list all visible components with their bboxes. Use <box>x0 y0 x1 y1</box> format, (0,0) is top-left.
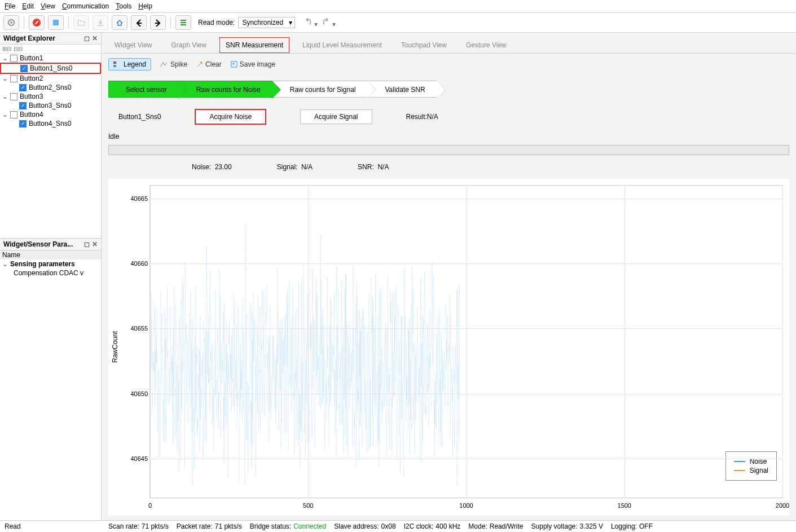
undo-icon[interactable]: ▾ <box>302 17 318 28</box>
tree-item-child[interactable]: ✓Button4_Sns0 <box>0 119 101 128</box>
menu-file[interactable]: File <box>5 2 15 10</box>
mode: Mode:Read/Write <box>468 522 523 530</box>
tab-snr-measurement[interactable]: SNR Measurement <box>219 37 289 53</box>
wizard-step[interactable]: Raw counts for Signal <box>272 81 368 98</box>
y-axis-label: RawCount <box>109 331 121 363</box>
tree-item[interactable]: ⌄Button3 <box>0 92 101 101</box>
panel-pin-icon[interactable]: ◻ <box>84 34 90 42</box>
wizard-step[interactable]: Validate SNR <box>367 81 437 98</box>
acquire-noise-button[interactable]: Acquire Noise <box>195 109 266 125</box>
readmode-label: Read mode: <box>198 19 235 27</box>
result-text: Result:N/A <box>406 113 438 121</box>
chart-toolbar: Legend Spike Clear Save image <box>102 54 796 75</box>
acquire-signal-button[interactable]: Acquire Signal <box>300 109 372 124</box>
sensor-params-header: Widget/Sensor Para... ◻✕ <box>0 239 101 250</box>
tab-liquid-level-measurement[interactable]: Liquid Level Measurement <box>296 37 388 53</box>
plot[interactable]: Noise Signal 406454065040655406604066505… <box>149 185 783 498</box>
clear-button[interactable]: Clear <box>196 60 222 68</box>
packet-rate: Packet rate:71 pkts/s <box>177 522 242 530</box>
logging: Logging:OFF <box>611 522 653 530</box>
grid-group[interactable]: ⌄Sensing parameters <box>0 260 101 269</box>
tab-touchpad-view[interactable]: Touchpad View <box>395 37 453 53</box>
chart-area: RawCount Noise Signal 406454065040655406… <box>108 179 789 516</box>
spike-toggle[interactable]: Spike <box>160 60 187 68</box>
tree-item-child[interactable]: ✓Button3_Sns0 <box>0 101 101 110</box>
metrics-row: Noise: 23.00 Signal: N/A SNR: N/A <box>102 157 796 177</box>
menu-edit[interactable]: Edit <box>22 2 34 10</box>
tree-item-child[interactable]: ✓Button2_Sns0 <box>0 83 101 92</box>
main-toolbar: Read mode: Synchronized ▾ ▾ ▾ <box>0 13 796 33</box>
home-up-icon[interactable] <box>112 15 127 30</box>
menu-tools[interactable]: Tools <box>116 2 131 10</box>
selected-sensor-label: Button1_Sns0 <box>118 113 161 121</box>
view-tabs: Widget ViewGraph ViewSNR MeasurementLiqu… <box>102 33 796 54</box>
svg-rect-6 <box>113 65 116 67</box>
sensor-params-grid[interactable]: Name ⌄Sensing parameters Compensation CD… <box>0 250 101 520</box>
status-read: Read <box>5 522 100 530</box>
grid-row[interactable]: Compensation CDAC v <box>0 269 101 278</box>
tree-item[interactable]: ⌄Button4 <box>0 110 101 119</box>
menu-communication[interactable]: Communication <box>62 2 109 10</box>
widget-explorer-header: Widget Explorer ◻✕ <box>0 33 101 45</box>
stop-icon[interactable] <box>29 15 45 30</box>
panel-close-icon[interactable]: ✕ <box>92 240 98 248</box>
legend-toggle[interactable]: Legend <box>108 58 151 71</box>
wizard-steps: Select sensorRaw counts for NoiseRaw cou… <box>102 75 796 103</box>
tab-widget-view[interactable]: Widget View <box>108 37 158 53</box>
control-row: Button1_Sns0 Acquire Noise Acquire Signa… <box>102 103 796 130</box>
widget-tree[interactable]: ⌄Button1✓Button1_Sns0⌄Button2✓Button2_Sn… <box>0 54 101 239</box>
progress-bar <box>108 145 789 155</box>
menu-help[interactable]: Help <box>138 2 152 10</box>
expand-all-icon[interactable]: ⊞⊟ <box>2 46 11 52</box>
settings-gear-icon[interactable] <box>3 15 19 30</box>
supply-voltage: Supply voltage:3.325 V <box>531 522 603 530</box>
status-text: Idle <box>102 130 796 143</box>
grid-header: Name <box>0 250 101 260</box>
wizard-step[interactable]: Raw counts for Noise <box>179 81 272 98</box>
svg-rect-5 <box>113 61 116 64</box>
tab-graph-view[interactable]: Graph View <box>165 37 212 53</box>
scan-rate: Scan rate:71 pkts/s <box>108 522 169 530</box>
export-arrow-icon[interactable] <box>150 15 166 30</box>
svg-point-8 <box>232 63 234 65</box>
main-content: Widget ViewGraph ViewSNR MeasurementLiqu… <box>102 33 796 520</box>
tree-item-child[interactable]: ✓Button1_Sns0 <box>0 63 101 74</box>
tab-gesture-view[interactable]: Gesture View <box>460 37 513 53</box>
wizard-step[interactable]: Select sensor <box>108 81 179 98</box>
record-icon[interactable] <box>48 15 64 30</box>
tree-item[interactable]: ⌄Button1 <box>0 54 101 63</box>
import-arrow-icon[interactable] <box>131 15 147 30</box>
slave-address: Slave address:0x08 <box>334 522 395 530</box>
i2c-clock: I2C clock:400 kHz <box>404 522 461 530</box>
svg-rect-4 <box>53 20 59 25</box>
list-view-icon[interactable] <box>175 15 191 30</box>
collapse-all-icon[interactable]: ⊟⊟ <box>14 46 23 52</box>
svg-point-1 <box>10 21 12 24</box>
readmode-select[interactable]: Synchronized ▾ <box>238 17 295 28</box>
chart-legend: Noise Signal <box>725 451 777 481</box>
menu-view[interactable]: View <box>41 2 55 10</box>
tree-item[interactable]: ⌄Button2 <box>0 74 101 83</box>
save-image-button[interactable]: Save image <box>231 60 275 68</box>
left-sidebar: Widget Explorer ◻✕ ⊞⊟⊟⊟ ⌄Button1✓Button1… <box>0 33 102 520</box>
panel-close-icon[interactable]: ✕ <box>92 34 98 42</box>
statusbar: Read Scan rate:71 pkts/s Packet rate:71 … <box>0 520 796 532</box>
download-icon[interactable] <box>93 15 108 30</box>
redo-icon[interactable]: ▾ <box>320 17 336 28</box>
folder-open-icon[interactable] <box>73 15 89 30</box>
panel-pin-icon[interactable]: ◻ <box>84 240 90 248</box>
bridge-status: Bridge status:Connected <box>250 522 326 530</box>
menubar: FileEditViewCommunicationToolsHelp <box>0 0 796 13</box>
